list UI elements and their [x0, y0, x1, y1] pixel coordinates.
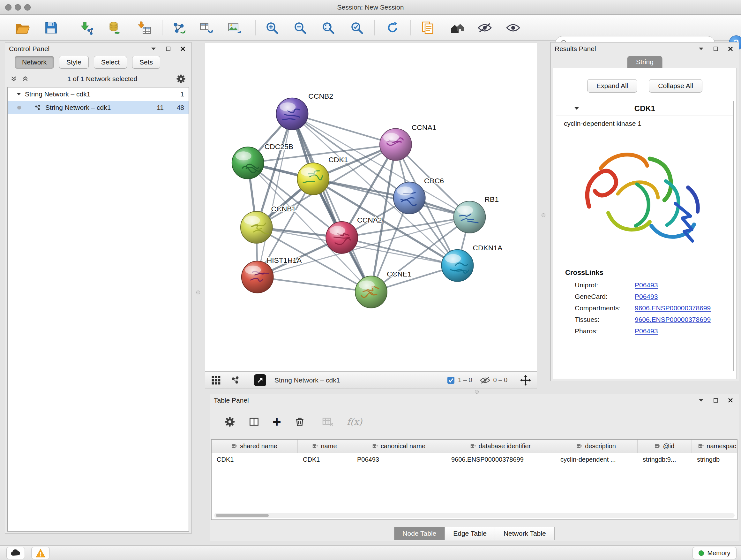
network-selection-status: 1 of 1 Network selected — [33, 75, 172, 83]
panel-float-icon[interactable] — [165, 46, 171, 51]
panel-menu-icon[interactable] — [151, 47, 156, 51]
network-svg[interactable]: CCNB2CCNA1CDC25BCDK1CDC6RB1CCNB1CCNA2CDK… — [205, 43, 537, 371]
collapse-all-button[interactable]: Collapse All — [649, 79, 702, 92]
memory-status-icon — [698, 550, 704, 556]
network-collection-row[interactable]: String Network – cdk1 1 — [8, 87, 189, 101]
tab-sets[interactable]: Sets — [132, 56, 160, 69]
network-row[interactable]: String Network – cdk1 11 48 — [8, 101, 189, 114]
crosslink-label: GeneCard: — [575, 293, 635, 300]
warning-button[interactable] — [31, 547, 50, 559]
panel-float-icon[interactable] — [713, 398, 718, 403]
share-network-icon — [34, 104, 42, 111]
network-view-canvas[interactable]: CCNB2CCNA1CDC25BCDK1CDC6RB1CCNB1CCNA2CDK… — [205, 42, 537, 371]
import-table-button[interactable] — [134, 18, 154, 38]
cloud-button[interactable] — [6, 547, 25, 559]
window-minimize-button[interactable] — [15, 4, 21, 10]
sort-icon — [232, 443, 237, 449]
import-network-database-button[interactable] — [105, 18, 125, 38]
crosslink-link[interactable]: P06493 — [635, 327, 658, 335]
table-row[interactable]: CDK1CDK1P064939606.ENSP00000378699cyclin… — [212, 453, 737, 466]
panel-menu-icon[interactable] — [698, 47, 704, 51]
network-node-CCNA1[interactable]: CCNA1 — [380, 123, 436, 160]
hidden-eye-slash-icon[interactable] — [480, 376, 490, 384]
crosslink-link[interactable]: P06493 — [635, 293, 658, 300]
tab-string[interactable]: String — [627, 56, 663, 68]
gear-icon[interactable] — [176, 74, 186, 84]
panel-resize-handle[interactable] — [196, 291, 200, 294]
clipboard-document-button[interactable] — [418, 18, 437, 38]
gear-icon[interactable] — [224, 416, 235, 428]
scrollbar-thumb[interactable] — [216, 514, 269, 517]
crosslink-link[interactable]: 9606.ENSP00000378699 — [635, 316, 711, 323]
refresh-button[interactable] — [383, 18, 402, 38]
home-button[interactable] — [447, 18, 467, 38]
open-session-button[interactable] — [12, 18, 32, 38]
image-icon — [227, 21, 241, 35]
columns-icon[interactable] — [248, 416, 260, 428]
results-panel: Results Panel String Expand All Collapse… — [550, 42, 739, 381]
save-session-button[interactable] — [41, 18, 61, 38]
hide-details-button[interactable] — [475, 18, 495, 38]
crosslink-link[interactable]: P06493 — [635, 281, 658, 289]
expand-all-button[interactable]: Expand All — [587, 79, 637, 92]
network-collection-label: String Network – cdk1 — [25, 90, 164, 98]
grid-view-icon[interactable] — [211, 375, 221, 385]
window-close-button[interactable] — [5, 4, 11, 10]
crosshair-icon[interactable] — [520, 375, 531, 386]
table-column-header[interactable]: description — [555, 440, 637, 453]
tab-edge-table[interactable]: Edge Table — [445, 527, 495, 540]
tab-select[interactable]: Select — [94, 56, 127, 69]
network-from-table-icon — [199, 21, 213, 35]
panel-close-icon[interactable] — [728, 398, 733, 403]
new-network-button[interactable] — [169, 18, 189, 38]
network-node-RB1[interactable]: RB1 — [454, 195, 498, 233]
birds-eye-view-icon[interactable] — [230, 375, 240, 385]
tab-style[interactable]: Style — [59, 56, 89, 69]
crosslink-link[interactable]: 9606.ENSP00000378699 — [635, 304, 711, 312]
memory-label: Memory — [707, 550, 730, 557]
trash-icon[interactable] — [294, 416, 306, 428]
toolbar-separator — [410, 20, 411, 36]
tab-node-table[interactable]: Node Table — [394, 527, 445, 540]
zoom-out-button[interactable] — [290, 18, 310, 38]
zoom-in-button[interactable] — [262, 18, 282, 38]
tree-expand-icon[interactable] — [17, 92, 21, 96]
collapse-all-icon[interactable] — [10, 75, 17, 82]
table-column-header[interactable]: name — [298, 440, 352, 453]
table-column-header[interactable]: shared name — [212, 440, 298, 453]
table-column-header[interactable]: canonical name — [352, 440, 446, 453]
network-node-HIST1H1A[interactable]: HIST1H1A — [242, 256, 302, 293]
panel-close-icon[interactable] — [728, 46, 733, 51]
export-image-button[interactable] — [224, 18, 244, 38]
show-details-button[interactable] — [503, 18, 523, 38]
table-column-header[interactable]: database identifier — [446, 440, 555, 453]
expand-all-icon[interactable] — [22, 75, 29, 82]
results-panel-title: Results Panel — [555, 45, 596, 53]
network-node-CDK1[interactable]: CDK1 — [297, 155, 348, 195]
add-row-icon[interactable]: + — [273, 416, 281, 428]
zoom-fit-button[interactable] — [318, 18, 338, 38]
table-column-header[interactable]: @id — [637, 440, 692, 453]
column-label: database identifier — [479, 442, 531, 450]
tab-network[interactable]: Network — [15, 56, 54, 69]
import-network-file-button[interactable] — [77, 18, 97, 38]
panel-resize-handle[interactable] — [542, 213, 545, 217]
panel-close-icon[interactable] — [180, 46, 185, 51]
panel-menu-icon[interactable] — [698, 399, 704, 402]
panel-resize-handle[interactable] — [475, 390, 479, 394]
new-network-from-table-button[interactable] — [196, 18, 216, 38]
window-zoom-button[interactable] — [24, 4, 30, 10]
table-column-header[interactable]: namespac — [692, 440, 738, 453]
panel-float-icon[interactable] — [713, 46, 718, 51]
export-view-button[interactable] — [254, 374, 266, 386]
selected-checkbox-icon[interactable] — [447, 376, 455, 384]
memory-button[interactable]: Memory — [692, 547, 737, 559]
network-node-CDKN1A[interactable]: CDKN1A — [442, 244, 503, 282]
import-network-icon — [80, 21, 94, 35]
table-horizontal-scrollbar[interactable] — [214, 513, 735, 518]
zoom-selected-button[interactable] — [347, 18, 367, 38]
tab-network-table[interactable]: Network Table — [495, 527, 555, 540]
document-copy-icon — [421, 21, 434, 35]
column-label: @id — [663, 442, 675, 450]
section-collapse-icon[interactable] — [574, 107, 579, 110]
